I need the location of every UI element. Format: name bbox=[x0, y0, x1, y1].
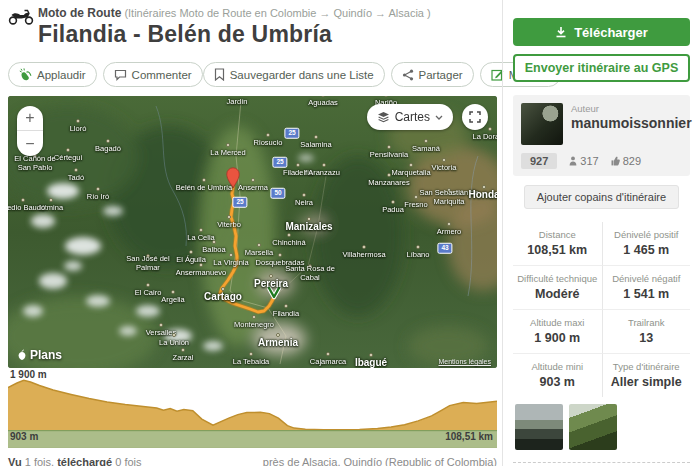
author-card: Auteur manumoissonnier 927 317 bbox=[513, 95, 690, 176]
zoom-out-button[interactable]: − bbox=[17, 131, 43, 156]
breadcrumb-category-link[interactable]: Moto de Route bbox=[38, 6, 121, 20]
trailrank-badge[interactable]: 927 bbox=[521, 153, 557, 169]
town-dot bbox=[249, 352, 253, 356]
map-town-label: Victoria bbox=[432, 164, 457, 173]
followers-count[interactable]: 317 bbox=[569, 155, 598, 167]
map-layers-button[interactable]: Cartes bbox=[367, 104, 453, 130]
map-town-label: Jardín bbox=[227, 98, 248, 107]
town-dot bbox=[199, 228, 203, 232]
add-trail-buddies-button[interactable]: Ajouter copains d'itinéraire bbox=[524, 185, 679, 209]
road-shield: 50 bbox=[270, 188, 285, 199]
map-town-label: Chinchiná bbox=[272, 239, 305, 248]
followers-number: 317 bbox=[580, 155, 598, 167]
map-town-label: Pensilvania bbox=[370, 151, 408, 160]
author-avatar[interactable] bbox=[521, 103, 563, 145]
map-town-label: Armero bbox=[437, 228, 462, 237]
town-dot bbox=[146, 283, 150, 287]
map-town-label: Marsella bbox=[245, 249, 273, 258]
author-name-link[interactable]: manumoissonnier bbox=[571, 115, 692, 131]
stats-grid: Distance108,51 kmDénivelé positif1 465 m… bbox=[513, 222, 690, 397]
zoom-in-button[interactable]: + bbox=[17, 106, 43, 131]
min-altitude-label: 903 m bbox=[10, 431, 38, 442]
town-dot bbox=[488, 127, 492, 131]
town-dot bbox=[171, 290, 175, 294]
map-town-label: Medio Baudó bbox=[8, 204, 45, 213]
map-town-label: Marquetalia bbox=[391, 169, 430, 178]
map-town-label: La Tebaida bbox=[233, 358, 270, 367]
stat-cell: Difficulté techniqueModéré bbox=[513, 265, 602, 309]
map-town-label: Líbano bbox=[407, 251, 430, 260]
comment-button[interactable]: Commenter bbox=[103, 62, 203, 87]
fullscreen-button[interactable] bbox=[462, 104, 488, 130]
photo-thumbnails bbox=[513, 404, 690, 450]
person-icon bbox=[569, 156, 577, 166]
elevation-chart[interactable]: 1 900 m 903 m 108,51 km bbox=[8, 368, 497, 448]
trail-photo-1[interactable] bbox=[515, 404, 563, 450]
clap-icon bbox=[19, 68, 32, 81]
town-dot bbox=[212, 240, 216, 244]
share-button[interactable]: Partager bbox=[391, 62, 474, 87]
elevation-area bbox=[8, 380, 497, 430]
town-dot bbox=[252, 315, 256, 319]
map-town-label: Armenia bbox=[258, 337, 298, 349]
map-town-label: La Unión bbox=[159, 339, 189, 348]
map-town-label: Tadó bbox=[68, 174, 84, 183]
town-dot bbox=[416, 245, 420, 249]
map-town-label: Fresno bbox=[404, 201, 427, 210]
stat-cell: Altitude mini903 m bbox=[513, 353, 602, 397]
town-dot bbox=[414, 195, 418, 199]
main-column: Moto de Route (Itinéraires Moto de Route… bbox=[0, 0, 502, 466]
town-dot bbox=[229, 253, 233, 257]
max-altitude-label: 1 900 m bbox=[10, 369, 47, 380]
map-town-label: El Cairo bbox=[135, 289, 162, 298]
map-town-label: Argelia bbox=[161, 296, 184, 305]
town-dot bbox=[287, 233, 291, 237]
layers-label: Cartes bbox=[395, 110, 430, 124]
sidebar: Télécharger Envoyer itinéraire au GPS Au… bbox=[502, 0, 700, 466]
town-dot bbox=[409, 163, 413, 167]
town-dot bbox=[302, 193, 306, 197]
breadcrumb: Moto de Route (Itinéraires Moto de Route… bbox=[38, 6, 431, 20]
save-to-list-button[interactable]: Sauvegarder dans une Liste bbox=[203, 62, 385, 87]
map-town-label: La Virginia bbox=[213, 259, 248, 268]
applaud-label: Applaudir bbox=[37, 69, 86, 81]
town-dot bbox=[189, 250, 193, 254]
likes-count[interactable]: 829 bbox=[611, 155, 641, 167]
town-dot bbox=[266, 133, 270, 137]
map-style-toggle[interactable]: Plans bbox=[17, 348, 62, 362]
town-dot bbox=[314, 135, 318, 139]
download-button[interactable]: Télécharger bbox=[513, 18, 690, 46]
map-town-label: Lloró bbox=[70, 125, 87, 134]
map-town-label: Belén de Umbría bbox=[176, 184, 232, 193]
stat-cell: Type d'itinéraireAller simple bbox=[602, 353, 691, 397]
send-gps-button[interactable]: Envoyer itinéraire au GPS bbox=[513, 54, 690, 82]
location-text: près de Alsacia, Quindío (Republic of Co… bbox=[263, 456, 497, 466]
author-stats: 927 317 829 bbox=[521, 153, 682, 169]
author-label: Auteur bbox=[571, 103, 692, 114]
map-town-label: Aguadas bbox=[308, 99, 338, 108]
map-town-label: La Dorada bbox=[472, 133, 497, 142]
comment-label: Commenter bbox=[132, 69, 192, 81]
legal-link[interactable]: Mentions légales bbox=[438, 358, 491, 365]
map-town-label: Balboa bbox=[202, 246, 225, 255]
view-count: Vu 1 fois, téléchargé 0 fois bbox=[8, 456, 142, 466]
map-town-label: Filandia bbox=[273, 310, 299, 319]
town-dot bbox=[278, 253, 282, 257]
town-dot bbox=[442, 158, 446, 162]
applaud-button[interactable]: Applaudir bbox=[8, 62, 97, 87]
comment-icon bbox=[114, 69, 127, 81]
town-dot bbox=[296, 163, 300, 167]
map-town-label: La Merced bbox=[210, 149, 245, 158]
breadcrumb-trail-links[interactable]: (Itinéraires Moto de Route en Colombie →… bbox=[124, 7, 430, 19]
plans-label: Plans bbox=[30, 348, 62, 362]
town-dot bbox=[226, 143, 230, 147]
download-icon bbox=[555, 26, 567, 38]
map[interactable]: QuibdóLloróBagadóCérteguiEl Cañón de San… bbox=[8, 96, 497, 368]
map-town-label: Villahermosa bbox=[342, 251, 385, 260]
road-shield: 25 bbox=[232, 197, 247, 208]
trail-photo-2[interactable] bbox=[569, 404, 617, 450]
motorcycle-icon bbox=[8, 6, 38, 48]
page-title: Filandia - Belén de Umbría bbox=[38, 21, 431, 48]
road-shield: 25 bbox=[272, 157, 287, 168]
town-dot bbox=[322, 163, 326, 167]
